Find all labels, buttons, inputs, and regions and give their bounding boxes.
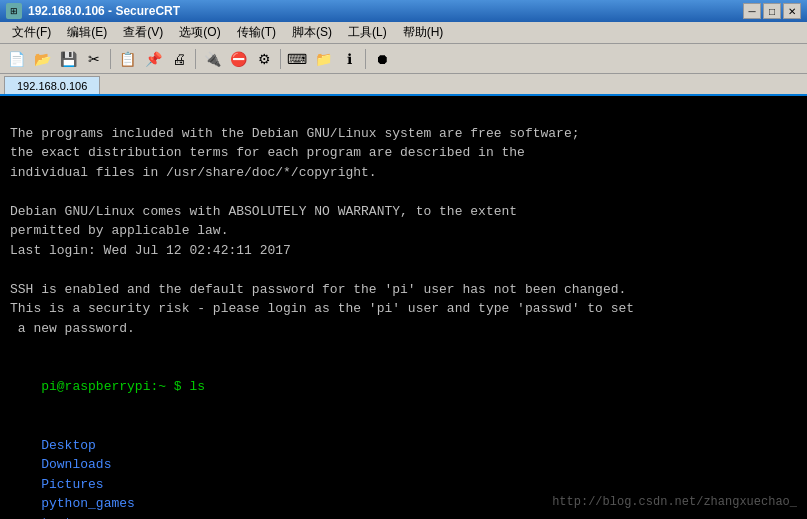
term-line-8: Last login: Wed Jul 12 02:42:11 2017 bbox=[10, 241, 797, 261]
toolbar-connect[interactable]: 🔌 bbox=[200, 47, 224, 71]
toolbar-open[interactable]: 📂 bbox=[30, 47, 54, 71]
term-line-11: This is a security risk - please login a… bbox=[10, 299, 797, 319]
term-line-7: permitted by applicable law. bbox=[10, 221, 797, 241]
toolbar-cut[interactable]: ✂ bbox=[82, 47, 106, 71]
toolbar-sep-4 bbox=[365, 49, 366, 69]
toolbar-settings[interactable]: ⚙ bbox=[252, 47, 276, 71]
term-line-5 bbox=[10, 182, 797, 202]
term-line-6: Debian GNU/Linux comes with ABSOLUTELY N… bbox=[10, 202, 797, 222]
watermark: http://blog.csdn.net/zhangxuechao_ bbox=[552, 493, 797, 511]
menu-file[interactable]: 文件(F) bbox=[4, 22, 59, 43]
term-line-4: individual files in /usr/share/doc/*/cop… bbox=[10, 163, 797, 183]
toolbar-print[interactable]: 🖨 bbox=[167, 47, 191, 71]
menu-transfer[interactable]: 传输(T) bbox=[229, 22, 284, 43]
term-line-12: a new password. bbox=[10, 319, 797, 339]
close-button[interactable]: ✕ bbox=[783, 3, 801, 19]
term-line-9 bbox=[10, 260, 797, 280]
menu-help[interactable]: 帮助(H) bbox=[395, 22, 452, 43]
terminal[interactable]: The programs included with the Debian GN… bbox=[0, 96, 807, 519]
toolbar-keymap[interactable]: ⌨ bbox=[285, 47, 309, 71]
toolbar-sftp[interactable]: 📁 bbox=[311, 47, 335, 71]
window-controls: ─ □ ✕ bbox=[743, 3, 801, 19]
ls-downloads: Downloads bbox=[41, 457, 119, 472]
toolbar-new[interactable]: 📄 bbox=[4, 47, 28, 71]
menu-edit[interactable]: 编辑(E) bbox=[59, 22, 115, 43]
term-line-10: SSH is enabled and the default password … bbox=[10, 280, 797, 300]
term-line-1 bbox=[10, 104, 797, 124]
toolbar-sep-3 bbox=[280, 49, 281, 69]
minimize-button[interactable]: ─ bbox=[743, 3, 761, 19]
menu-view[interactable]: 查看(V) bbox=[115, 22, 171, 43]
toolbar-paste[interactable]: 📌 bbox=[141, 47, 165, 71]
term-line-13 bbox=[10, 338, 797, 358]
prompt-ls: pi@raspberrypi:~ $ ls bbox=[41, 379, 205, 394]
tab-bar: 192.168.0.106 bbox=[0, 74, 807, 96]
toolbar-sep-1 bbox=[110, 49, 111, 69]
toolbar-copy[interactable]: 📋 bbox=[115, 47, 139, 71]
toolbar-record[interactable]: ⏺ bbox=[370, 47, 394, 71]
title-bar: ⊞ 192.168.0.106 - SecureCRT ─ □ ✕ bbox=[0, 0, 807, 22]
menu-script[interactable]: 脚本(S) bbox=[284, 22, 340, 43]
menu-options[interactable]: 选项(O) bbox=[171, 22, 228, 43]
toolbar: 📄 📂 💾 ✂ 📋 📌 🖨 🔌 ⛔ ⚙ ⌨ 📁 ℹ ⏺ bbox=[0, 44, 807, 74]
toolbar-save[interactable]: 💾 bbox=[56, 47, 80, 71]
menu-bar: 文件(F) 编辑(E) 查看(V) 选项(O) 传输(T) 脚本(S) 工具(L… bbox=[0, 22, 807, 44]
menu-tools[interactable]: 工具(L) bbox=[340, 22, 395, 43]
term-line-2: The programs included with the Debian GN… bbox=[10, 124, 797, 144]
ls-desktop: Desktop bbox=[41, 438, 119, 453]
title-bar-left: ⊞ 192.168.0.106 - SecureCRT bbox=[6, 3, 180, 19]
term-line-prompt-ls: pi@raspberrypi:~ $ ls bbox=[10, 358, 797, 417]
app-icon: ⊞ bbox=[6, 3, 22, 19]
maximize-button[interactable]: □ bbox=[763, 3, 781, 19]
toolbar-sep-2 bbox=[195, 49, 196, 69]
tab-session[interactable]: 192.168.0.106 bbox=[4, 76, 100, 94]
ls-python-games: python_games bbox=[41, 496, 150, 511]
ls-test: test bbox=[41, 516, 72, 520]
window-title: 192.168.0.106 - SecureCRT bbox=[28, 4, 180, 18]
term-line-3: the exact distribution terms for each pr… bbox=[10, 143, 797, 163]
toolbar-disconnect[interactable]: ⛔ bbox=[226, 47, 250, 71]
toolbar-info[interactable]: ℹ bbox=[337, 47, 361, 71]
ls-pictures: Pictures bbox=[41, 477, 119, 492]
